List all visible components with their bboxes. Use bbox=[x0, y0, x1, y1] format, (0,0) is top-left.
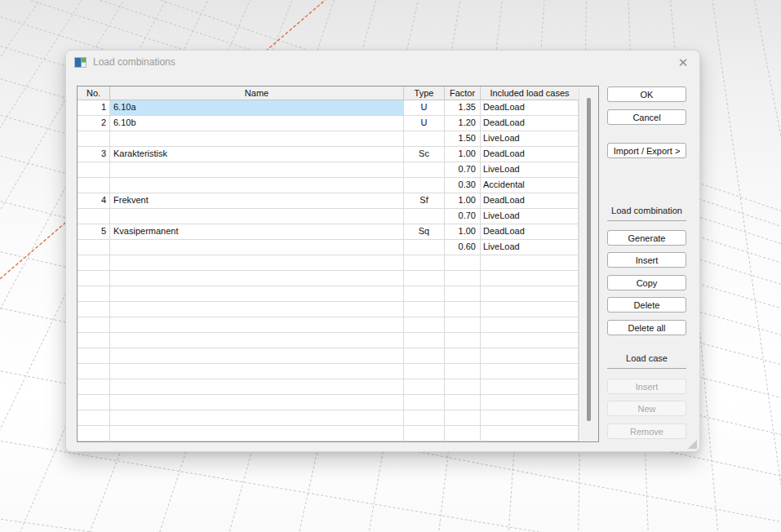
cell-type[interactable] bbox=[404, 209, 445, 224]
dialog-titlebar[interactable]: Load combinations ✕ bbox=[66, 51, 699, 75]
cell-type[interactable]: Sq bbox=[404, 224, 445, 240]
cell-type[interactable] bbox=[404, 410, 445, 426]
cell-factor[interactable] bbox=[445, 348, 481, 364]
cell-factor[interactable] bbox=[445, 410, 481, 426]
table-row[interactable]: 0.70LiveLoad bbox=[78, 209, 579, 224]
cell-name[interactable] bbox=[110, 209, 404, 224]
cell-no[interactable] bbox=[78, 255, 110, 271]
cell-factor[interactable]: 0.70 bbox=[445, 162, 481, 178]
cell-no[interactable] bbox=[78, 271, 110, 286]
cell-name[interactable] bbox=[110, 379, 404, 395]
table-row[interactable] bbox=[78, 286, 579, 302]
copy-button[interactable]: Copy bbox=[607, 275, 686, 290]
cell-factor[interactable] bbox=[445, 255, 481, 271]
cell-no[interactable] bbox=[78, 131, 110, 147]
cell-type[interactable] bbox=[404, 302, 445, 317]
cell-no[interactable] bbox=[78, 286, 110, 302]
cell-no[interactable] bbox=[78, 364, 110, 379]
header-type[interactable]: Type bbox=[404, 86, 445, 100]
cell-cases[interactable] bbox=[481, 302, 579, 317]
cell-no[interactable]: 3 bbox=[78, 147, 110, 162]
scrollbar-thumb[interactable] bbox=[587, 98, 591, 421]
table-row[interactable]: 5KvasipermanentSq1.00DeadLoad bbox=[78, 224, 579, 240]
cell-factor[interactable] bbox=[445, 379, 481, 395]
header-cases[interactable]: Included load cases bbox=[481, 86, 579, 100]
cell-factor[interactable] bbox=[445, 317, 481, 333]
cell-cases[interactable] bbox=[481, 271, 579, 286]
cell-name[interactable] bbox=[110, 426, 404, 441]
cell-name[interactable] bbox=[110, 333, 404, 348]
table-row[interactable]: 16.10aU1.35DeadLoad bbox=[78, 100, 579, 116]
cell-type[interactable] bbox=[404, 271, 445, 286]
cell-type[interactable] bbox=[404, 178, 445, 193]
cell-cases[interactable] bbox=[481, 333, 579, 348]
cell-factor[interactable]: 0.70 bbox=[445, 209, 481, 224]
table-row[interactable] bbox=[78, 271, 579, 286]
table-scrollbar[interactable] bbox=[579, 86, 598, 441]
cell-no[interactable]: 4 bbox=[78, 193, 110, 209]
cell-no[interactable] bbox=[78, 162, 110, 178]
table-row[interactable]: 0.70LiveLoad bbox=[78, 162, 579, 178]
cancel-button[interactable]: Cancel bbox=[607, 109, 686, 125]
cell-cases[interactable]: DeadLoad bbox=[481, 193, 579, 209]
table-row[interactable]: 1.50LiveLoad bbox=[78, 131, 579, 147]
cell-type[interactable] bbox=[404, 395, 445, 410]
cell-type[interactable] bbox=[404, 240, 445, 255]
cell-cases[interactable]: DeadLoad bbox=[481, 147, 579, 162]
cell-cases[interactable] bbox=[481, 426, 579, 441]
cell-cases[interactable]: LiveLoad bbox=[481, 162, 579, 178]
cell-factor[interactable]: 1.00 bbox=[445, 224, 481, 240]
import-export-button[interactable]: Import / Export > bbox=[607, 143, 686, 158]
cell-factor[interactable] bbox=[445, 395, 481, 410]
cell-name[interactable] bbox=[110, 410, 404, 426]
cell-type[interactable] bbox=[404, 131, 445, 147]
cell-cases[interactable]: Accidental bbox=[481, 178, 579, 193]
table-row[interactable] bbox=[78, 395, 579, 410]
cell-factor[interactable]: 0.60 bbox=[445, 240, 481, 255]
cell-factor[interactable] bbox=[445, 271, 481, 286]
cell-no[interactable]: 2 bbox=[78, 116, 110, 131]
cell-type[interactable] bbox=[404, 348, 445, 364]
cell-name[interactable] bbox=[110, 302, 404, 317]
cell-cases[interactable]: DeadLoad bbox=[481, 100, 579, 116]
ok-button[interactable]: OK bbox=[607, 86, 686, 102]
cell-cases[interactable]: LiveLoad bbox=[481, 240, 579, 255]
cell-no[interactable] bbox=[78, 348, 110, 364]
cell-no[interactable] bbox=[78, 240, 110, 255]
cell-type[interactable] bbox=[404, 317, 445, 333]
table-row[interactable] bbox=[78, 348, 579, 364]
table-row[interactable]: 0.30Accidental bbox=[78, 178, 579, 193]
cell-name[interactable]: 6.10a bbox=[110, 100, 404, 116]
cell-type[interactable]: Sf bbox=[404, 193, 445, 209]
cell-type[interactable] bbox=[404, 364, 445, 379]
cell-factor[interactable] bbox=[445, 426, 481, 441]
table-row[interactable]: 4FrekventSf1.00DeadLoad bbox=[78, 193, 579, 209]
cell-type[interactable]: Sc bbox=[404, 147, 445, 162]
cell-no[interactable] bbox=[78, 209, 110, 224]
cell-cases[interactable] bbox=[481, 364, 579, 379]
cell-name[interactable] bbox=[110, 286, 404, 302]
table-row[interactable] bbox=[78, 410, 579, 426]
cell-type[interactable]: U bbox=[404, 100, 445, 116]
cell-factor[interactable] bbox=[445, 364, 481, 379]
cell-no[interactable] bbox=[78, 426, 110, 441]
cell-cases[interactable]: DeadLoad bbox=[481, 116, 579, 131]
header-factor[interactable]: Factor bbox=[445, 86, 481, 100]
table-row[interactable]: 0.60LiveLoad bbox=[78, 240, 579, 255]
cell-factor[interactable]: 1.00 bbox=[445, 147, 481, 162]
cell-type[interactable] bbox=[404, 379, 445, 395]
insert-combination-button[interactable]: Insert bbox=[607, 252, 686, 268]
cell-name[interactable]: Karakteristisk bbox=[110, 147, 404, 162]
table-row[interactable] bbox=[78, 317, 579, 333]
cell-no[interactable] bbox=[78, 410, 110, 426]
cell-factor[interactable]: 1.20 bbox=[445, 116, 481, 131]
cell-factor[interactable] bbox=[445, 333, 481, 348]
cell-factor[interactable]: 1.35 bbox=[445, 100, 481, 116]
cell-no[interactable] bbox=[78, 333, 110, 348]
cell-name[interactable]: Frekvent bbox=[110, 193, 404, 209]
cell-name[interactable]: 6.10b bbox=[110, 116, 404, 131]
cell-type[interactable] bbox=[404, 426, 445, 441]
table-row[interactable]: 26.10bU1.20DeadLoad bbox=[78, 116, 579, 131]
cell-name[interactable] bbox=[110, 131, 404, 147]
cell-cases[interactable] bbox=[481, 410, 579, 426]
